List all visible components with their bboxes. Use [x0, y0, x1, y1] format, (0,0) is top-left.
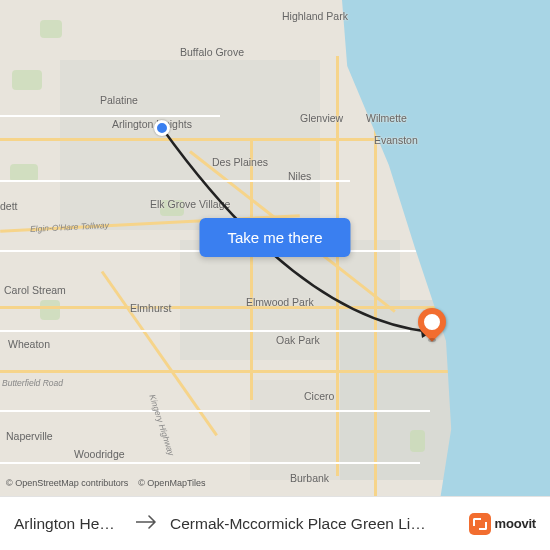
map-attribution: © OpenStreetMap contributors © OpenMapTi… [6, 478, 206, 488]
attribution-tiles[interactable]: © OpenMapTiles [131, 478, 206, 488]
park-area [410, 430, 425, 452]
city-label: Cicero [304, 390, 334, 402]
city-label: Niles [288, 170, 311, 182]
city-label: Arlington Heights [112, 118, 192, 130]
road [0, 115, 220, 117]
city-label: Glenview [300, 112, 343, 124]
city-label: Oak Park [276, 334, 320, 346]
highway [250, 140, 253, 400]
city-label: Buffalo Grove [180, 46, 244, 58]
city-label: Palatine [100, 94, 138, 106]
arrow-right-icon [136, 515, 158, 533]
city-label: Wheaton [8, 338, 50, 350]
attribution-osm[interactable]: © OpenStreetMap contributors [6, 478, 128, 488]
route-to-label[interactable]: Cermak-Mccormick Place Green Li… [170, 515, 457, 533]
city-label: Highland Park [282, 10, 348, 22]
city-label: dett [0, 200, 18, 212]
road [0, 462, 420, 464]
pin-shadow [428, 338, 436, 342]
road-label: Butterfield Road [2, 378, 63, 388]
road [0, 330, 410, 332]
city-label: Evanston [374, 134, 418, 146]
map-pin-icon [412, 302, 452, 342]
city-label: Woodridge [74, 448, 125, 460]
city-label: Elmhurst [130, 302, 171, 314]
city-label: Naperville [6, 430, 53, 442]
park-area [12, 70, 42, 90]
route-footer: Arlington He… Cermak-Mccormick Place Gre… [0, 496, 550, 550]
moovit-logo[interactable]: moovit [469, 513, 536, 535]
moovit-wordmark: moovit [495, 516, 536, 531]
city-label: Elk Grove Village [150, 198, 230, 210]
take-me-there-button[interactable]: Take me there [199, 218, 350, 257]
city-label: Des Plaines [212, 156, 268, 168]
destination-marker[interactable] [418, 308, 446, 336]
city-label: Wilmette [366, 112, 407, 124]
city-label: Burbank [290, 472, 329, 484]
moovit-mark-icon [469, 513, 491, 535]
highway [0, 370, 450, 373]
park-area [40, 20, 62, 38]
origin-marker[interactable] [154, 120, 170, 136]
park-area [40, 300, 60, 320]
city-label: Elmwood Park [246, 296, 314, 308]
map-canvas[interactable]: Highland ParkBuffalo GrovePalatineArling… [0, 0, 550, 550]
city-label: Carol Stream [4, 284, 66, 296]
road [0, 410, 430, 412]
route-from-label[interactable]: Arlington He… [14, 515, 124, 533]
